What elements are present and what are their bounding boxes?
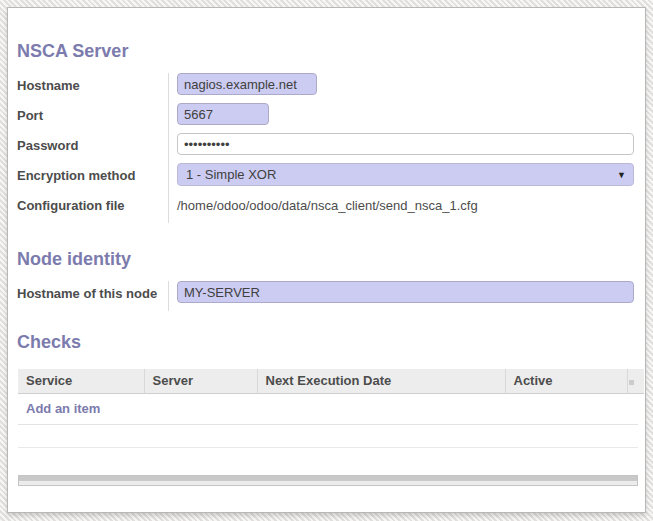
form-row-config-file: Configuration file /home/odoo/odoo/data/… [17,193,633,223]
node-identity-form: Hostname of this node [17,281,633,311]
port-label: Port [17,103,168,123]
nsca-server-form: Hostname Port Password Encryption method [17,73,633,223]
checks-table-header-row: Service Server Next Execution Date Activ… [18,369,644,393]
form-row-password: Password [17,133,633,163]
column-header-server[interactable]: Server [144,369,257,393]
hostname-field-cell [168,73,633,103]
password-input[interactable] [177,133,634,155]
empty-table-row [18,425,638,448]
encryption-method-label: Encryption method [17,163,168,183]
node-hostname-label: Hostname of this node [17,281,168,301]
add-an-item-link[interactable]: Add an item [18,401,100,416]
hostname-input[interactable] [177,73,317,95]
config-file-field-cell: /home/odoo/odoo/data/nsca_client/send_ns… [168,193,633,223]
column-header-service[interactable]: Service [18,369,144,393]
form-panel: NSCA Server Hostname Port Password [7,7,646,513]
node-hostname-field-cell [168,281,634,311]
checks-list: Service Server Next Execution Date Activ… [18,369,638,486]
password-label: Password [17,133,168,153]
hostname-label: Hostname [17,73,168,93]
section-title-node-identity: Node identity [17,248,633,270]
encryption-method-selected-value: 1 - Simple XOR [186,167,276,182]
port-input[interactable] [177,103,269,125]
configuration-file-value: /home/odoo/odoo/data/nsca_client/send_ns… [177,193,633,213]
table-scrollbar-corner[interactable] [629,380,634,385]
horizontal-scrollbar[interactable] [18,475,638,486]
form-row-hostname: Hostname [17,73,633,103]
port-field-cell [168,103,633,133]
checks-table: Service Server Next Execution Date Activ… [18,369,644,394]
section-title-nsca-server: NSCA Server [17,40,633,62]
password-field-cell [168,133,634,163]
node-hostname-input[interactable] [177,281,634,303]
configuration-file-label: Configuration file [17,193,168,213]
form-row-port: Port [17,103,633,133]
form-row-encryption: Encryption method 1 - Simple XOR ▼ [17,163,633,193]
add-an-item-row: Add an item [18,394,638,425]
dropdown-arrow-icon: ▼ [617,170,626,180]
form-row-node-hostname: Hostname of this node [17,281,633,311]
column-header-active[interactable]: Active [505,369,627,393]
column-header-next-execution-date[interactable]: Next Execution Date [257,369,505,393]
form-content: NSCA Server Hostname Port Password [8,40,645,513]
section-title-checks: Checks [17,331,633,353]
encryption-method-select[interactable]: 1 - Simple XOR ▼ [177,163,634,186]
encryption-field-cell: 1 - Simple XOR ▼ [168,163,634,193]
